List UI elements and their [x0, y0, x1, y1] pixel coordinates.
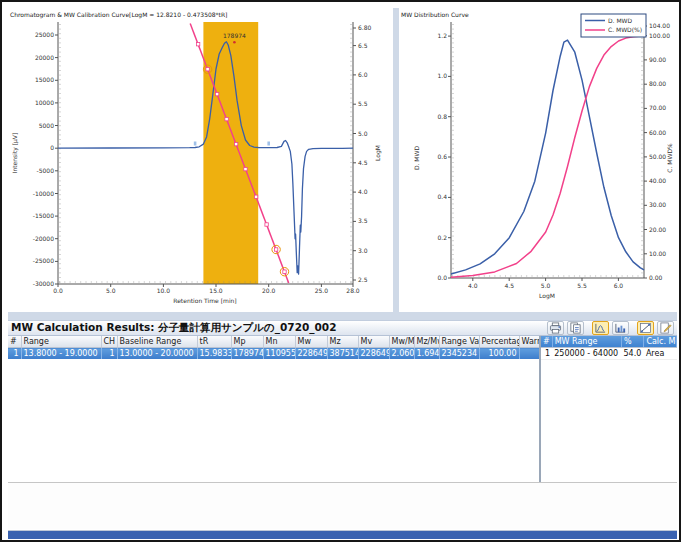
legend: D. MWD C. MWD(%) [581, 14, 646, 37]
legend-label-cmwd: C. MWD(%) [608, 26, 642, 33]
cell-warning [519, 348, 539, 360]
col-header[interactable]: # [8, 336, 21, 348]
cell-percent: 54.0 [621, 348, 643, 360]
tick-label: 15.0 [209, 287, 223, 294]
mw-distribution-chart[interactable]: MW Distribution Curve 1.2 1.0 0.8 0.6 0.… [399, 8, 677, 312]
col-header[interactable]: Mw/Mn [389, 336, 414, 348]
left-chart-title: Chromatogram & MW Calibration Curve[LogM… [10, 11, 227, 19]
results-tables: # Range CH Baseline Range tR Mp Mn Mw Mz… [8, 336, 677, 482]
x-axis-label: LogM [539, 292, 555, 300]
tick-label: 100.00 [649, 32, 670, 39]
bottom-status-strip [8, 530, 677, 539]
tick-label: 2.5 [358, 276, 368, 283]
tick-label: 4.0 [358, 188, 368, 195]
col-header[interactable]: MW Range [552, 336, 621, 348]
tick-label: 6.0 [358, 71, 368, 78]
mw-results-table[interactable]: # Range CH Baseline Range tR Mp Mn Mw Mz… [8, 336, 539, 359]
print-button[interactable] [547, 321, 564, 335]
lower-empty-panel [8, 483, 677, 529]
results-title: MW Calculation Results: 分子量計算用サンプルの_0720… [11, 321, 336, 335]
edit-report-button[interactable] [657, 321, 674, 335]
baseline-start-marker[interactable] [194, 142, 197, 146]
tick-label: 3.5 [358, 217, 368, 224]
peak-label: 178974 [223, 32, 246, 39]
distribution-chart-toggle[interactable] [612, 321, 629, 335]
col-header[interactable]: Percentage [479, 336, 519, 348]
copy-button[interactable] [567, 321, 584, 335]
tick-label: 5.0 [358, 130, 368, 137]
cell-index: 1 [541, 348, 552, 360]
tick-label: 25000 [35, 31, 54, 38]
results-header-bar: MW Calculation Results: 分子量計算用サンプルの_0720… [8, 320, 677, 336]
tick-label: -10000 [33, 190, 54, 197]
mw-results-table-wrap[interactable]: # Range CH Baseline Range tR Mp Mn Mw Mz… [8, 336, 539, 482]
col-header[interactable]: Range [21, 336, 101, 348]
differential-mwd-curve[interactable] [451, 40, 644, 274]
col-header[interactable]: CH [101, 336, 117, 348]
col-header[interactable]: Mz/Mw [414, 336, 439, 348]
col-header[interactable]: tR [197, 336, 231, 348]
tick-label: 0 [50, 144, 54, 151]
cell-mw-range: 250000 - 64000 [552, 348, 621, 360]
right-chart-title: MW Distribution Curve [401, 11, 469, 18]
tick-label: 60.00 [649, 129, 666, 136]
tick-label: 20000 [35, 54, 54, 61]
tick-label: 0.2 [437, 234, 447, 241]
results-title-prefix: MW Calculation Results: [11, 321, 154, 333]
tick-label: -25000 [33, 257, 54, 264]
cell-mv: 228649 [358, 348, 389, 360]
cell-mp: 178974 [231, 348, 263, 360]
integration-band[interactable] [203, 22, 258, 284]
chromatogram-calibration-chart-panel[interactable]: Chromatogram & MW Calibration Curve[LogM… [8, 8, 393, 312]
col-header[interactable]: Mp [231, 336, 263, 348]
tick-label: 10.00 [649, 250, 666, 257]
baseline-toggle[interactable] [637, 321, 654, 335]
chromatogram-calibration-chart[interactable]: Chromatogram & MW Calibration Curve[LogM… [8, 8, 393, 312]
col-header[interactable]: Range Value [439, 336, 479, 348]
tick-label: 6.0 [614, 282, 624, 289]
col-header[interactable]: Mz [327, 336, 358, 348]
col-header[interactable]: % [621, 336, 643, 348]
tick-label: 0.6 [437, 153, 447, 160]
cell-mn: 110955 [263, 348, 295, 360]
col-header[interactable]: Mw [295, 336, 327, 348]
baseline-icon [639, 322, 652, 334]
mw-range-table[interactable]: # MW Range % Calc. Method 1 250000 - 640… [541, 336, 677, 360]
tick-label: 5.5 [577, 282, 587, 289]
tick-label: 70.00 [649, 104, 666, 111]
col-header[interactable]: Warning [519, 336, 539, 348]
tick-label: 0.0 [437, 274, 447, 281]
col-header[interactable]: Mn [263, 336, 295, 348]
col-header[interactable]: Mv [358, 336, 389, 348]
yleft-axis-label: Intensity [μV] [11, 133, 19, 174]
tick-label: 0.8 [437, 113, 447, 120]
mw-range-table-wrap[interactable]: # MW Range % Calc. Method 1 250000 - 640… [541, 336, 677, 482]
tick-label: 1.2 [437, 32, 447, 39]
cumulative-mwd-curve[interactable] [451, 36, 644, 278]
tick-label: 5.5 [358, 100, 368, 107]
tick-label: 30.00 [649, 201, 666, 208]
col-header[interactable]: Baseline Range [117, 336, 197, 348]
cell-ch: 1 [101, 348, 117, 360]
table-header-row: # MW Range % Calc. Method [541, 336, 677, 348]
mw-distribution-chart-panel[interactable]: MW Distribution Curve 1.2 1.0 0.8 0.6 0.… [399, 8, 677, 312]
tick-label: 28.0 [346, 287, 360, 294]
table-header-row: # Range CH Baseline Range tR Mp Mn Mw Mz… [8, 336, 539, 348]
cell-calc-method: Area [644, 348, 677, 360]
table-row[interactable]: 1 250000 - 64000 54.0 Area [541, 348, 677, 360]
calibration-chart-toggle[interactable] [592, 321, 609, 335]
table-row-selected[interactable]: 1 13.8000 - 19.0000 1 13.0000 - 20.0000 … [8, 348, 539, 360]
tick-label: 4.0 [468, 282, 478, 289]
tick-label: 1.0 [437, 72, 447, 79]
yleft-axis-label: D. MWD [413, 146, 420, 171]
col-header[interactable]: Calc. Method [644, 336, 677, 348]
col-header[interactable]: # [541, 336, 552, 348]
tick-label: 90.00 [649, 56, 666, 63]
bar-chart-icon [614, 322, 627, 334]
baseline-end-marker[interactable] [267, 142, 270, 146]
results-toolbar [547, 321, 674, 335]
copy-icon [569, 322, 582, 334]
horizontal-splitter[interactable] [8, 312, 677, 320]
application-window: Chromatogram & MW Calibration Curve[LogM… [0, 0, 681, 542]
cell-mz: 387514 [327, 348, 358, 360]
